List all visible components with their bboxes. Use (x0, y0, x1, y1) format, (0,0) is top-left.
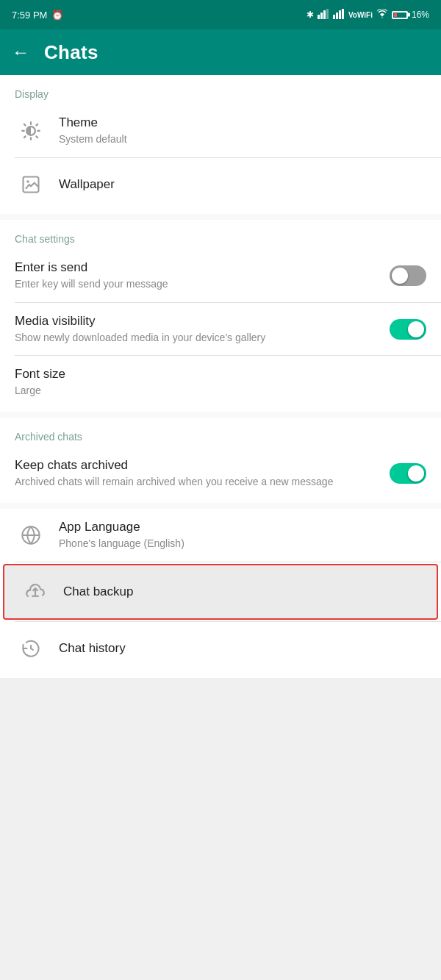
divider-4 (15, 562, 441, 562)
signal2-icon (333, 9, 345, 21)
svg-rect-5 (336, 12, 338, 19)
globe-icon (15, 519, 47, 551)
theme-title: Theme (59, 115, 426, 131)
enter-is-send-knob (392, 268, 408, 284)
enter-is-send-title: Enter is send (15, 260, 390, 276)
other-section: App Language Phone's language (English) (0, 509, 441, 678)
theme-item[interactable]: Theme System default (0, 104, 441, 157)
font-size-item[interactable]: Font size Large (0, 356, 441, 409)
settings-content: Display Theme System default (0, 75, 441, 678)
svg-rect-2 (323, 10, 326, 19)
svg-rect-0 (318, 15, 320, 19)
enter-is-send-toggle[interactable] (390, 265, 426, 286)
enter-is-send-subtitle: Enter key will send your message (15, 277, 390, 292)
display-section: Display Theme System default (0, 75, 441, 214)
media-visibility-subtitle: Show newly downloaded media in your devi… (15, 331, 390, 346)
wallpaper-title: Wallpaper (59, 176, 426, 193)
chat-history-item[interactable]: Chat history (0, 622, 441, 675)
back-button[interactable]: ← (12, 43, 29, 61)
svg-rect-4 (333, 15, 335, 19)
chat-settings-header: Chat settings (0, 220, 441, 249)
app-language-item[interactable]: App Language Phone's language (English) (0, 509, 441, 562)
battery-percent: 16% (412, 10, 429, 20)
media-visibility-knob (408, 321, 424, 337)
svg-rect-1 (320, 12, 323, 19)
chat-settings-section: Chat settings Enter is send Enter key wi… (0, 220, 441, 412)
svg-rect-7 (342, 9, 344, 19)
display-items: Theme System default Wallpaper (0, 104, 441, 214)
theme-subtitle: System default (59, 132, 426, 147)
archived-chats-items: Keep chats archived Archived chats will … (0, 447, 441, 503)
archived-chats-section: Archived chats Keep chats archived Archi… (0, 418, 441, 503)
media-visibility-item[interactable]: Media visibility Show newly downloaded m… (0, 303, 441, 356)
status-bar: 7:59 PM ⏰ ✱ VoWiFi (0, 0, 441, 29)
bluetooth-icon: ✱ (306, 10, 314, 20)
chat-backup-title: Chat backup (63, 584, 422, 600)
history-icon (15, 632, 47, 665)
font-size-title: Font size (15, 366, 426, 382)
app-language-subtitle: Phone's language (English) (59, 537, 426, 551)
svg-rect-3 (326, 9, 329, 19)
chat-backup-text: Chat backup (63, 584, 422, 600)
chat-settings-items: Enter is send Enter key will send your m… (0, 249, 441, 412)
alarm-icon: ⏰ (51, 10, 63, 21)
keep-chats-archived-toggle[interactable] (390, 463, 426, 484)
status-right: ✱ VoWiFi (306, 9, 429, 21)
enter-is-send-item[interactable]: Enter is send Enter key will send your m… (0, 249, 441, 302)
vowifi-icon: VoWiFi (348, 11, 373, 19)
keep-chats-archived-item[interactable]: Keep chats archived Archived chats will … (0, 447, 441, 500)
wallpaper-icon (15, 168, 47, 201)
svg-point-10 (26, 180, 29, 183)
keep-chats-archived-text: Keep chats archived Archived chats will … (15, 457, 390, 490)
media-visibility-title: Media visibility (15, 313, 390, 329)
chat-history-title: Chat history (59, 640, 426, 657)
font-size-subtitle: Large (15, 384, 426, 398)
keep-chats-archived-knob (408, 465, 424, 482)
chat-history-text: Chat history (59, 640, 426, 657)
wallpaper-text: Wallpaper (59, 176, 426, 193)
svg-rect-6 (339, 10, 341, 19)
keep-chats-archived-subtitle: Archived chats will remain archived when… (15, 475, 390, 490)
keep-chats-archived-title: Keep chats archived (15, 457, 390, 473)
media-visibility-text: Media visibility Show newly downloaded m… (15, 313, 390, 346)
wifi-icon (376, 9, 388, 21)
wallpaper-item[interactable]: Wallpaper (0, 158, 441, 211)
time: 7:59 PM (12, 10, 47, 21)
theme-text: Theme System default (59, 115, 426, 147)
status-left: 7:59 PM ⏰ (12, 10, 63, 21)
battery-icon (392, 11, 408, 19)
enter-is-send-text: Enter is send Enter key will send your m… (15, 260, 390, 292)
other-items: App Language Phone's language (English) (0, 509, 441, 678)
app-language-title: App Language (59, 519, 426, 535)
cloud-upload-icon (19, 576, 51, 608)
font-size-text: Font size Large (15, 366, 426, 398)
theme-icon (15, 115, 47, 147)
chat-backup-item[interactable]: Chat backup (3, 564, 438, 620)
signal-icon (318, 9, 329, 21)
app-bar: ← Chats (0, 29, 441, 75)
archived-chats-header: Archived chats (0, 418, 441, 447)
app-language-text: App Language Phone's language (English) (59, 519, 426, 551)
media-visibility-toggle[interactable] (390, 319, 426, 340)
display-section-header: Display (0, 75, 441, 104)
page-title: Chats (44, 41, 98, 64)
